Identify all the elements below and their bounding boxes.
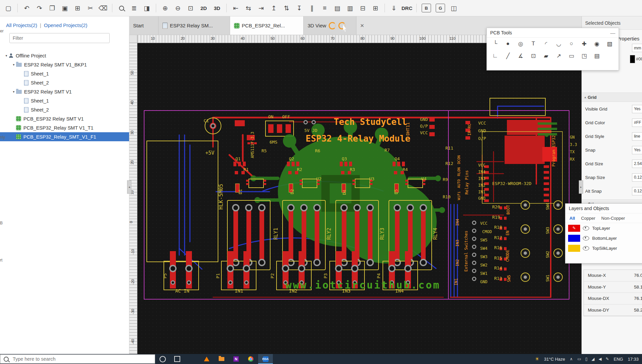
copy-icon[interactable]: ❐ (46, 2, 59, 14)
circle-icon[interactable]: ○ (565, 38, 578, 49)
cut-icon[interactable]: ✂ (84, 2, 97, 14)
gerber-button[interactable]: G (436, 4, 445, 12)
import-icon[interactable]: ⇓ (388, 2, 400, 14)
volume-icon[interactable]: ◀ (599, 357, 602, 361)
tab-close-button[interactable]: ✕ (356, 16, 368, 35)
distribute-vertical-icon[interactable]: ⇅ (280, 2, 293, 14)
filter-input[interactable] (9, 33, 110, 43)
collapse-icon[interactable]: ⊟ (356, 2, 369, 14)
new-file-icon[interactable]: ▢ (2, 2, 15, 14)
weather-text[interactable]: 31°C Haze (544, 357, 565, 362)
protractor-icon[interactable]: ∡ (514, 50, 527, 61)
package-icon[interactable]: ◫ (447, 2, 460, 14)
align-top-icon[interactable]: ↥ (268, 2, 280, 14)
arc-icon[interactable]: ◜ (540, 38, 552, 49)
visibility-eye-icon[interactable] (583, 246, 589, 250)
zoom-fit-icon[interactable]: ⊡ (184, 2, 197, 14)
expand-arrow-icon[interactable]: ▾ (11, 63, 16, 66)
search-icon[interactable] (115, 2, 128, 14)
layer-tab-all[interactable]: All (569, 216, 575, 221)
tree-item-esp32-relay-smt-v1[interactable]: ▾ESP32 Relay SMT V1 (0, 87, 129, 96)
tree-item-pcb-esp32-relay-smt-v1-f1[interactable]: PCB_ESP32_Relay_SMT_V1_F1 (0, 132, 129, 141)
redo-icon[interactable]: ↷ (33, 2, 46, 14)
battery-icon[interactable]: ▯ (585, 357, 587, 361)
background-color-swatch[interactable] (630, 55, 635, 63)
layer-color-swatch[interactable]: ✎ (568, 225, 580, 232)
language-indicator[interactable]: ENG (614, 357, 623, 362)
property-value-snap[interactable]: Yes (632, 146, 642, 154)
pen-icon[interactable]: ✎ (606, 357, 609, 361)
panelize-icon[interactable]: ▤ (591, 50, 603, 61)
tree-item-pcb-esp32-relay-smt-v1-t1[interactable]: PCB_ESP32_Relay SMT V1_T1 (0, 123, 129, 132)
pcb-canvas[interactable]: C1+5VONOFF5V JD6MSAMS1117-3.3HLK-5M05GND… (129, 35, 581, 354)
cortana-icon[interactable] (155, 354, 170, 364)
line-icon[interactable]: ╱ (502, 50, 514, 61)
undo-icon[interactable]: ↶ (20, 2, 33, 14)
zoom-out-icon[interactable]: ⊖ (172, 2, 184, 14)
search-input[interactable] (12, 356, 140, 362)
chevron-up-icon[interactable]: ∧ (570, 357, 573, 361)
origin-icon[interactable]: ∟ (489, 50, 502, 61)
property-value-grid-color[interactable]: #FF (632, 119, 642, 127)
delete-icon[interactable]: ⌫ (97, 2, 109, 14)
property-value-grid-size[interactable]: 2.54 (632, 160, 642, 168)
rect-icon[interactable]: ▭ (565, 50, 578, 61)
track-icon[interactable]: └ (489, 38, 502, 49)
group-icon[interactable]: ◳ (578, 50, 591, 61)
distribute-horizontal-icon[interactable]: ⇆ (242, 2, 255, 14)
layers-panel-title[interactable]: Layers and Objects (565, 204, 642, 213)
chrome-icon[interactable] (243, 354, 258, 364)
arc2-icon[interactable]: ◡ (552, 38, 565, 49)
file-explorer-icon[interactable] (185, 354, 199, 364)
zoom-in-icon[interactable]: ⊕ (159, 2, 172, 14)
clock[interactable]: 17:33 (628, 357, 639, 362)
minimize-button[interactable]: — (610, 30, 615, 36)
align-right-icon[interactable]: ⇥ (255, 2, 268, 14)
align-bottom-icon[interactable]: ↧ (293, 2, 306, 14)
tree-item-sheet-2[interactable]: Sheet_2 (0, 105, 129, 114)
columns-icon[interactable]: ▥ (344, 2, 356, 14)
align-vertical-center-icon[interactable]: ≡ (318, 2, 331, 14)
tree-item-sheet-1[interactable]: Sheet_1 (0, 96, 129, 105)
easyeda-icon[interactable]: EDA (258, 354, 273, 364)
via-icon[interactable]: ◎ (514, 38, 527, 49)
opened-projects-link[interactable]: Opened Projects(2) (44, 22, 87, 28)
vlc-icon[interactable] (199, 354, 214, 364)
tree-item-esp32-relay-smt-v1-bkp1[interactable]: ▾ESP32 Relay SMT V1_BKP1 (0, 60, 129, 69)
align-horizontal-center-icon[interactable]: ∥ (306, 2, 318, 14)
all-projects-link[interactable]: All Projects(2) (6, 22, 37, 28)
duplicate-icon[interactable]: ⊞ (71, 2, 84, 14)
tab-pcb[interactable]: PCB_ESP32_Rel... (230, 16, 304, 35)
tree-item-sheet-1[interactable]: Sheet_1 (0, 69, 129, 78)
visibility-eye-icon[interactable] (583, 236, 589, 240)
touchpad-icon[interactable]: ▭ (577, 357, 581, 361)
unit-select[interactable]: mm (632, 44, 642, 52)
expand-icon[interactable]: ⊞ (369, 2, 382, 14)
tree-item-pcb-esp32-relay-smt-v1[interactable]: PCB_ESP32 Relay SMT V1 (0, 114, 129, 123)
layer-color-swatch[interactable] (568, 235, 580, 242)
property-value-visible-grid[interactable]: Yes (632, 105, 642, 113)
rows-icon[interactable]: ▤ (331, 2, 344, 14)
network-icon[interactable]: ◢ (592, 357, 595, 361)
tree-item-sheet-2[interactable]: Sheet_2 (0, 78, 129, 87)
image-icon[interactable]: ▧ (603, 38, 616, 49)
expand-arrow-icon[interactable]: ▾ (11, 90, 16, 94)
pcb-drawing[interactable]: C1+5VONOFF5V JD6MSAMS1117-3.3HLK-5M05GND… (129, 35, 581, 354)
view-3d-button[interactable]: 3D (210, 2, 224, 14)
view-2d-button[interactable]: 2D (197, 2, 210, 14)
layer-tab-copper[interactable]: Copper (581, 216, 596, 221)
property-value-alt-snap[interactable]: 0.12 (632, 187, 642, 195)
panel-collapse-handle[interactable]: ▸ (579, 180, 583, 194)
property-value-snap-size[interactable]: 0.12 (632, 173, 642, 182)
tab-schematic[interactable]: ESP32 Relay SM... (158, 16, 230, 35)
copper-area-icon[interactable]: ▰ (540, 50, 552, 61)
tab-3d-view[interactable]: 3D View (304, 16, 356, 35)
align-left-icon[interactable]: ⇤ (229, 2, 242, 14)
find-similar-icon[interactable]: ≣ (128, 2, 140, 14)
dimension-icon[interactable]: ↗ (552, 50, 565, 61)
grid-section-header[interactable]: ▴ Grid (582, 93, 642, 102)
folder-icon[interactable] (214, 354, 229, 364)
paste-icon[interactable]: ▣ (59, 2, 71, 14)
tab-start[interactable]: Start (129, 16, 158, 35)
taskbar-search[interactable] (0, 354, 155, 364)
